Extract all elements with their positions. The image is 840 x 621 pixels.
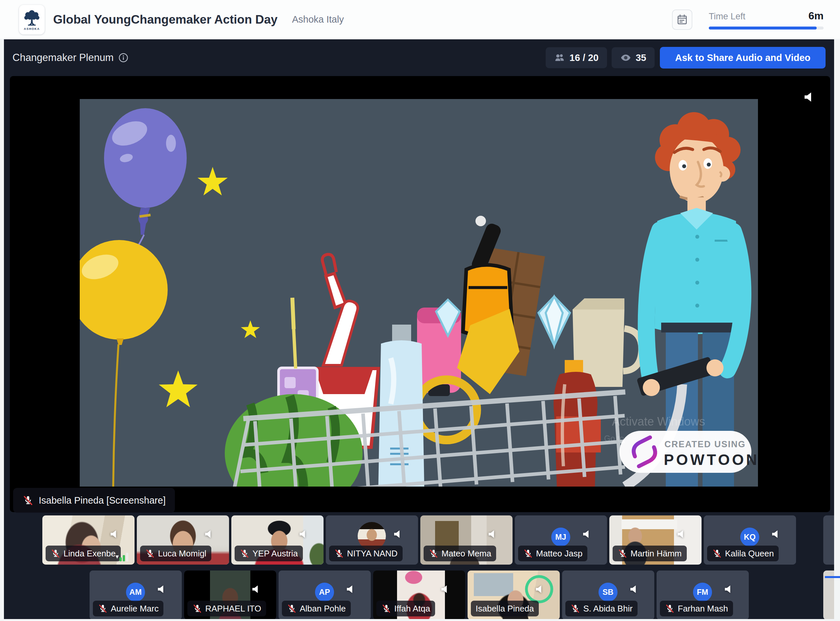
participant-avatar: AP bbox=[315, 583, 334, 602]
participant-tile[interactable]: Mateo Mema bbox=[420, 515, 512, 565]
mic-muted-icon bbox=[145, 548, 155, 558]
powtoon-badge: CREATED USING POWTOON bbox=[620, 431, 758, 473]
active-speaker-ring bbox=[194, 520, 222, 548]
speaker-icon[interactable] bbox=[722, 583, 734, 595]
active-speaker-ring bbox=[430, 575, 459, 603]
volume-icon[interactable] bbox=[801, 90, 816, 104]
svg-text:Activate Windows: Activate Windows bbox=[612, 415, 705, 428]
participant-tile[interactable]: YEP Austria bbox=[231, 515, 324, 565]
org-subtitle: Ashoka Italy bbox=[292, 14, 344, 25]
mic-muted-icon bbox=[381, 604, 391, 613]
participant-name-pill: YEP Austria bbox=[235, 545, 303, 561]
occupancy-badge: 16 / 20 bbox=[546, 47, 608, 68]
participant-name-pill: Martin Hämm bbox=[613, 545, 687, 561]
room-bar: Changemaker Plenum 16 / 20 35 bbox=[4, 39, 834, 76]
participant-name-pill: Alban Pohle bbox=[282, 601, 351, 616]
participant-tile[interactable]: Iffah Atqa bbox=[373, 571, 465, 619]
active-speaker-ring bbox=[336, 575, 364, 603]
participant-name: RAPHAEL ITO bbox=[205, 604, 261, 614]
speaker-icon[interactable] bbox=[155, 583, 167, 595]
eye-icon bbox=[620, 52, 631, 63]
calendar-button[interactable] bbox=[672, 9, 692, 30]
participant-name: Aurelie Marc bbox=[111, 604, 159, 614]
svg-text:CREATED USING: CREATED USING bbox=[664, 439, 746, 449]
speaker-icon[interactable] bbox=[439, 583, 451, 595]
participant-tile[interactable]: MJ Matteo Jasp bbox=[515, 515, 607, 565]
ask-to-share-button[interactable]: Ask to Share Audio and Video bbox=[660, 47, 826, 68]
active-speaker-ring bbox=[383, 520, 412, 548]
mic-muted-icon bbox=[570, 604, 580, 613]
viewers-count: 35 bbox=[636, 53, 646, 63]
participant-name-pill: Isabella Pineda bbox=[471, 601, 539, 616]
participant-avatar: SB bbox=[598, 583, 618, 602]
speaker-icon[interactable] bbox=[344, 583, 356, 595]
time-left-label: Time Left bbox=[709, 12, 746, 22]
participant-tile[interactable]: Isabella Pineda bbox=[468, 571, 560, 619]
screenshare-label-pill: Isabella Pineda [Screenshare] bbox=[13, 488, 175, 513]
participant-name: Isabella Pineda bbox=[476, 604, 534, 614]
speaker-icon[interactable] bbox=[628, 583, 639, 595]
info-icon[interactable] bbox=[118, 53, 129, 63]
participant-name-pill: Luca Momigl bbox=[140, 545, 211, 561]
active-speaker-ring bbox=[242, 575, 270, 603]
participant-tile[interactable]: Linda Exenbe bbox=[43, 515, 135, 565]
participant-name-pill: Farhan Mash bbox=[660, 601, 733, 616]
occupancy-count: 16 / 20 bbox=[570, 53, 599, 63]
participant-tile[interactable]: NITYA NAND bbox=[326, 515, 418, 565]
scroll-accent-line bbox=[825, 576, 840, 578]
speaker-icon[interactable] bbox=[297, 528, 309, 540]
participant-name-pill: Linda Exenbe bbox=[46, 545, 121, 561]
participant-tile[interactable]: Martin Hämm bbox=[609, 515, 702, 565]
mic-muted-icon bbox=[334, 548, 344, 558]
speaker-icon[interactable] bbox=[675, 528, 687, 540]
mic-muted-icon bbox=[287, 604, 297, 613]
svg-text:POWTOON: POWTOON bbox=[664, 451, 758, 468]
room-name: Changemaker Plenum bbox=[12, 52, 114, 64]
active-speaker-ring bbox=[289, 520, 317, 548]
speaker-icon[interactable] bbox=[392, 528, 403, 540]
participant-name-pill: Matteo Jasp bbox=[518, 545, 588, 561]
page-title: Global YoungChangemaker Action Day bbox=[53, 13, 278, 27]
participant-name: Farhan Mash bbox=[678, 604, 728, 614]
participant-tile[interactable]: AM Aurelie Marc bbox=[90, 571, 182, 619]
participant-row-1[interactable]: Linda Exenbe Luca Momigl bbox=[4, 515, 834, 565]
mic-muted-icon bbox=[22, 495, 33, 506]
active-speaker-ring bbox=[714, 575, 742, 603]
participant-name: Linda Exenbe bbox=[64, 548, 116, 559]
speaker-icon[interactable] bbox=[202, 528, 214, 540]
participant-name-pill: Aurelie Marc bbox=[93, 601, 164, 616]
speaker-icon[interactable] bbox=[250, 583, 261, 595]
participant-name: Alban Pohle bbox=[300, 604, 346, 614]
participant-row-2[interactable]: AM Aurelie Marc bbox=[4, 571, 834, 619]
participant-name: Iffah Atqa bbox=[394, 604, 430, 614]
screenshare-label: Isabella Pineda [Screenshare] bbox=[39, 495, 166, 506]
powtoon-animation: Activate Windows Go to Settings to activ… bbox=[80, 99, 758, 486]
participant-tile[interactable]: RAPHAEL ITO bbox=[184, 571, 276, 619]
speaker-icon[interactable] bbox=[533, 583, 545, 595]
logo-caption: ASHOKA bbox=[24, 27, 40, 30]
participant-tile[interactable]: Luca Momigl bbox=[137, 515, 229, 565]
active-speaker-ring bbox=[100, 520, 128, 548]
speaker-icon[interactable] bbox=[486, 528, 498, 540]
active-speaker-ring bbox=[478, 520, 506, 548]
participant-name-pill: S. Abida Bhir bbox=[565, 601, 638, 616]
participant-name-pill: RAPHAEL ITO bbox=[187, 601, 266, 616]
active-speaker-ring bbox=[761, 520, 790, 548]
participant-name: S. Abida Bhir bbox=[583, 604, 633, 614]
speaker-icon[interactable] bbox=[769, 528, 781, 540]
next-tile-sliver-row1 bbox=[823, 515, 834, 565]
participant-tile[interactable]: SB S. Abida Bhir bbox=[562, 571, 654, 619]
time-left-value: 6m bbox=[808, 10, 823, 22]
mic-muted-icon bbox=[98, 604, 108, 613]
participant-tile[interactable]: FM Farhan Mash bbox=[656, 571, 749, 619]
speaker-icon[interactable] bbox=[108, 528, 120, 540]
speaker-icon[interactable] bbox=[580, 528, 592, 540]
participant-name: Matteo Jasp bbox=[536, 548, 583, 559]
participant-tile[interactable]: AP Alban Pohle bbox=[279, 571, 371, 619]
mic-muted-icon bbox=[428, 548, 438, 558]
active-speaker-ring bbox=[620, 575, 648, 603]
active-speaker-ring bbox=[667, 520, 695, 548]
participant-name: Martin Hämm bbox=[630, 548, 682, 559]
participant-tile[interactable]: KQ Kalila Queen bbox=[704, 515, 796, 565]
mic-muted-icon bbox=[50, 548, 60, 558]
